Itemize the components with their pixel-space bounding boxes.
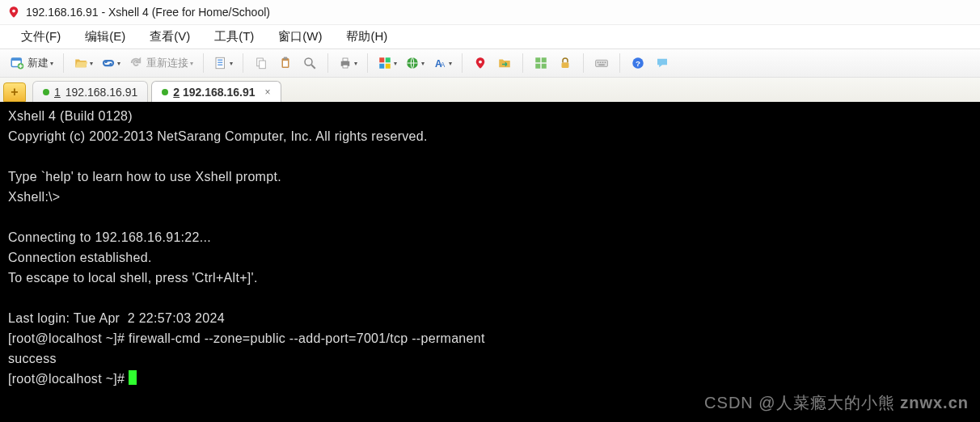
toolbar: 新建 ▾ ▾ ▾ 重新连接 ▾ ▾ ▾ ▾ ▾ AA: [0, 49, 980, 78]
svg-rect-2: [11, 58, 21, 61]
printer-icon: [338, 56, 353, 70]
chevron-down-icon: ▾: [90, 60, 93, 67]
svg-rect-30: [562, 62, 569, 68]
terminal-line: Xshell:\>: [8, 190, 61, 204]
reconnect-label: 重新连接: [146, 56, 188, 70]
svg-line-14: [311, 65, 315, 69]
chat-button[interactable]: [651, 52, 674, 74]
toolbar-separator: [619, 53, 620, 73]
menu-bar: 文件(F) 编辑(E) 查看(V) 工具(T) 窗口(W) 帮助(H): [0, 24, 980, 49]
svg-rect-26: [535, 57, 540, 62]
svg-rect-28: [535, 64, 540, 69]
session-tab-1[interactable]: 1 192.168.16.91: [32, 81, 148, 102]
chevron-down-icon: ▾: [117, 60, 120, 67]
svg-rect-7: [218, 65, 222, 66]
toolbar-separator: [327, 53, 328, 73]
terminal-cursor: [129, 370, 137, 385]
paste-button[interactable]: [274, 52, 297, 74]
menu-view[interactable]: 查看(V): [143, 26, 196, 48]
tile-button[interactable]: [530, 52, 552, 74]
session-tab-2[interactable]: 2 192.168.16.91 ×: [151, 81, 281, 102]
svg-rect-18: [379, 57, 384, 62]
open-button[interactable]: ▾: [70, 52, 96, 74]
xshell-pin-icon: [473, 56, 488, 70]
svg-rect-32: [598, 62, 599, 64]
menu-help[interactable]: 帮助(H): [340, 26, 394, 48]
terminal-line: [root@localhost ~]# firewall-cmd --zone=…: [8, 331, 485, 345]
grid-icon: [534, 56, 548, 70]
svg-rect-16: [343, 58, 348, 61]
svg-rect-35: [605, 62, 606, 64]
keyboard-button[interactable]: [590, 52, 613, 74]
svg-rect-17: [343, 65, 348, 68]
toolbar-separator: [63, 53, 64, 73]
chevron-down-icon: ▾: [354, 60, 357, 67]
tab-strip: + 1 192.168.16.91 2 192.168.16.91 ×: [0, 78, 980, 102]
svg-point-25: [479, 61, 482, 64]
svg-rect-21: [386, 64, 391, 69]
properties-icon: [213, 56, 228, 70]
terminal-line: Type `help' to learn how to use Xshell p…: [8, 170, 281, 184]
tab-label: 192.168.16.91: [65, 86, 138, 99]
lock-button[interactable]: [554, 52, 577, 74]
connect-button[interactable]: ▾: [98, 52, 124, 74]
font-button[interactable]: AA ▾: [429, 52, 455, 74]
toolbar-separator: [583, 53, 584, 73]
find-button[interactable]: [298, 52, 321, 74]
tab-index: 2: [173, 86, 180, 99]
menu-tools[interactable]: 工具(T): [208, 26, 260, 48]
terminal-line: To escape to local shell, press 'Ctrl+Al…: [8, 271, 258, 285]
color-scheme-button[interactable]: ▾: [374, 52, 400, 74]
chevron-down-icon: ▾: [394, 60, 397, 67]
terminal-line: Xshell 4 (Build 0128): [8, 109, 133, 123]
chevron-down-icon: ▾: [421, 60, 425, 67]
color-squares-icon: [378, 56, 392, 70]
menu-edit[interactable]: 编辑(E): [78, 26, 132, 48]
svg-point-0: [12, 10, 15, 13]
status-dot-icon: [162, 89, 168, 95]
reconnect-button[interactable]: 重新连接 ▾: [125, 52, 196, 74]
app-icon: [6, 5, 21, 19]
help-icon: ?: [631, 56, 645, 70]
menu-window[interactable]: 窗口(W): [272, 26, 328, 48]
svg-rect-34: [602, 62, 604, 64]
keyboard-icon: [594, 56, 609, 70]
new-tab-button[interactable]: +: [3, 82, 26, 102]
window-title: 192.168.16.91 - Xshell 4 (Free for Home/…: [26, 6, 270, 19]
close-tab-button[interactable]: ×: [265, 87, 271, 98]
svg-text:A: A: [441, 61, 446, 69]
copy-button[interactable]: [250, 52, 272, 74]
terminal-line: Copyright (c) 2002-2013 NetSarang Comput…: [8, 129, 428, 143]
search-icon: [302, 56, 317, 70]
folder-open-icon: [74, 56, 88, 70]
toolbar-separator: [462, 53, 463, 73]
encoding-button[interactable]: ▾: [402, 52, 428, 74]
terminal-line: Connection established.: [8, 251, 152, 264]
tab-index: 1: [54, 86, 61, 99]
clipboard-icon: [278, 56, 293, 70]
svg-rect-19: [386, 57, 391, 62]
svg-rect-9: [260, 61, 266, 69]
properties-button[interactable]: ▾: [210, 52, 236, 74]
speech-bubble-icon: [655, 56, 670, 70]
terminal-line: Connecting to 192.168.16.91:22...: [8, 230, 211, 244]
chevron-down-icon: ▾: [449, 60, 452, 67]
terminal-line: [root@localhost ~]#: [8, 372, 129, 386]
svg-rect-6: [218, 62, 222, 64]
new-window-icon: [10, 56, 24, 70]
svg-rect-5: [218, 60, 222, 61]
print-button[interactable]: ▾: [335, 52, 361, 74]
help-button[interactable]: ?: [627, 52, 649, 74]
terminal-output[interactable]: Xshell 4 (Build 0128) Copyright (c) 2002…: [0, 102, 980, 422]
chevron-down-icon: ▾: [50, 60, 53, 67]
globe-icon: [405, 56, 420, 70]
svg-rect-29: [542, 64, 547, 69]
new-session-button[interactable]: 新建 ▾: [6, 52, 57, 74]
svg-rect-20: [379, 64, 384, 69]
toolbar-separator: [243, 53, 243, 73]
xftp-button[interactable]: [493, 52, 516, 74]
folder-transfer-icon: [497, 56, 512, 70]
menu-file[interactable]: 文件(F): [15, 26, 67, 48]
xshell-button[interactable]: [469, 52, 492, 74]
terminal-line: success: [8, 352, 57, 365]
